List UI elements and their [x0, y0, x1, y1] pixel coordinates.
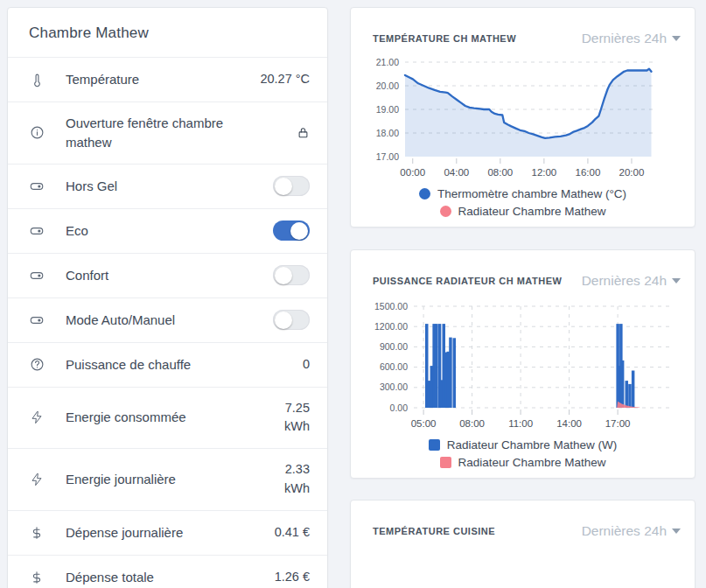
range-selector[interactable]: Dernières 24h: [582, 31, 681, 46]
range-selector[interactable]: Dernières 24h: [582, 523, 681, 539]
svg-text:04:00: 04:00: [444, 167, 469, 178]
toggle-icon: [8, 268, 66, 284]
legend-label: Radiateur Chambre Mathew: [458, 205, 606, 218]
svg-text:17:00: 17:00: [605, 418, 631, 429]
svg-text:11:00: 11:00: [508, 418, 533, 429]
charts-column: TEMPÉRATURE CH MATHEWDernières 24h17.001…: [350, 0, 696, 588]
value-number: 7.25: [284, 399, 310, 418]
chart-header: TEMPÉRATURE CH MATHEWDernières 24h: [351, 8, 695, 52]
svg-text:900.00: 900.00: [380, 341, 408, 352]
svg-text:05:00: 05:00: [411, 418, 437, 429]
circle-marker-icon: [440, 206, 451, 217]
square-marker-icon: [429, 439, 440, 451]
circle-marker-icon: [419, 188, 430, 200]
device-list: Température20.27 °COuverture fenêtre cha…: [8, 57, 327, 588]
row-control: [273, 176, 310, 196]
row-eco: Eco: [8, 208, 327, 253]
legend-item: Radiateur Chambre Mathew (W): [351, 438, 695, 452]
toggle-knob: [290, 222, 308, 240]
chart-body: 0.00300.00600.00900.001200.001500.0005:0…: [351, 294, 695, 434]
row-temperature: Température20.27 °C: [8, 57, 327, 102]
bolt-icon: [8, 472, 66, 486]
chart-card-temperature-cuisine: TEMPÉRATURE CUISINEDernières 24h: [350, 500, 696, 588]
toggle-knob: [275, 178, 292, 195]
toggle-knob: [275, 267, 292, 284]
row-value: 20.27 °C: [260, 70, 310, 89]
row-label: Mode Auto/Manuel: [66, 311, 256, 330]
row-label: Energie consommée: [66, 408, 256, 427]
info-icon: [8, 125, 66, 140]
line-chart-canvas: 17.0018.0019.0020.0021.0000:0004:0008:00…: [365, 55, 682, 179]
question-icon: [8, 357, 66, 372]
row-label: Energie journalière: [66, 470, 256, 489]
bar-chart-canvas: 0.00300.00600.00900.001200.001500.0005:0…: [365, 298, 682, 430]
lock-icon: [297, 126, 310, 139]
chart-title: TEMPÉRATURE CUISINE: [373, 526, 495, 536]
chart-header: PUISSANCE RADIATEUR CH MATHEWDernières 2…: [351, 250, 695, 294]
range-selector[interactable]: Dernières 24h: [582, 273, 681, 289]
toggle-knob: [275, 312, 292, 329]
value-unit: kWh: [284, 480, 310, 499]
svg-text:1200.00: 1200.00: [374, 321, 408, 332]
chart-card-temperature-ch-mathew: TEMPÉRATURE CH MATHEWDernières 24h17.001…: [350, 7, 696, 228]
svg-text:14:00: 14:00: [556, 418, 582, 429]
row-hors-gel: Hors Gel: [8, 164, 327, 208]
row-label: Hors Gel: [66, 177, 256, 196]
row-label: Dépense totale: [66, 568, 256, 587]
room-card-header: Chambre Mathew: [8, 8, 327, 57]
toggle-mode-auto-manuel[interactable]: [273, 310, 310, 330]
chart-title: TEMPÉRATURE CH MATHEW: [373, 33, 516, 44]
dashboard: Chambre Mathew Température20.27 °COuvert…: [0, 0, 706, 588]
toggle-icon: [8, 223, 66, 239]
row-label: Puissance de chauffe: [66, 355, 256, 374]
chart-title: PUISSANCE RADIATEUR CH MATHEW: [373, 276, 562, 286]
row-label: Ouverture fenêtre chambre mathew: [66, 114, 256, 152]
dollar-icon: [8, 570, 66, 584]
chart-header: TEMPÉRATURE CUISINEDernières 24h: [351, 500, 695, 544]
toggle-icon: [8, 312, 66, 328]
row-control: [273, 265, 310, 285]
svg-text:20.00: 20.00: [376, 80, 399, 91]
chevron-down-icon: [672, 528, 681, 534]
svg-text:08:00: 08:00: [459, 418, 485, 429]
row-label: Température: [66, 70, 256, 89]
toggle-confort[interactable]: [273, 265, 310, 285]
room-card: Chambre Mathew Température20.27 °COuvert…: [7, 7, 328, 588]
thermometer-icon: [8, 73, 66, 88]
chevron-down-icon: [672, 278, 681, 284]
svg-text:18.00: 18.00: [376, 128, 399, 138]
svg-text:08:00: 08:00: [487, 167, 513, 178]
chart-legend: Thermomètre chambre Mathew (°C)Radiateur…: [351, 187, 695, 227]
legend-label: Radiateur Chambre Mathew: [458, 456, 606, 469]
row-energie-consommee: Energie consommée7.25kWh: [8, 387, 327, 449]
svg-text:19.00: 19.00: [376, 104, 399, 115]
toggle-icon: [8, 178, 66, 194]
room-title: Chambre Mathew: [29, 24, 310, 42]
svg-text:600.00: 600.00: [380, 361, 408, 372]
toggle-hors-gel[interactable]: [273, 176, 310, 196]
square-marker-icon: [440, 457, 451, 468]
chart-card-puissance-radiateur-ch-mathew: PUISSANCE RADIATEUR CH MATHEWDernières 2…: [350, 249, 696, 479]
svg-text:21.00: 21.00: [376, 57, 399, 67]
row-depense-journaliere: Dépense journalière0.41 €: [8, 510, 327, 555]
svg-text:00:00: 00:00: [400, 167, 425, 178]
legend-item: Thermomètre chambre Mathew (°C): [351, 187, 695, 200]
legend-label: Thermomètre chambre Mathew (°C): [437, 187, 626, 200]
row-value: 0.41 €: [275, 523, 310, 542]
row-value: 2.33kWh: [284, 460, 310, 499]
row-confort: Confort: [8, 253, 327, 298]
svg-text:300.00: 300.00: [380, 382, 408, 392]
legend-item: Radiateur Chambre Mathew: [351, 456, 695, 469]
dollar-icon: [8, 526, 66, 540]
chevron-down-icon: [672, 36, 681, 41]
row-label: Eco: [66, 221, 256, 241]
value-unit: kWh: [284, 417, 310, 437]
svg-text:20:00: 20:00: [619, 167, 645, 178]
legend-item: Radiateur Chambre Mathew: [351, 205, 695, 218]
svg-text:17.00: 17.00: [376, 151, 399, 162]
row-energie-journaliere: Energie journalière2.33kWh: [8, 448, 327, 510]
row-puissance-de-chauffe: Puissance de chauffe0: [8, 342, 327, 387]
legend-label: Radiateur Chambre Mathew (W): [447, 438, 617, 452]
row-value: 0: [303, 355, 310, 374]
toggle-eco[interactable]: [273, 220, 310, 241]
